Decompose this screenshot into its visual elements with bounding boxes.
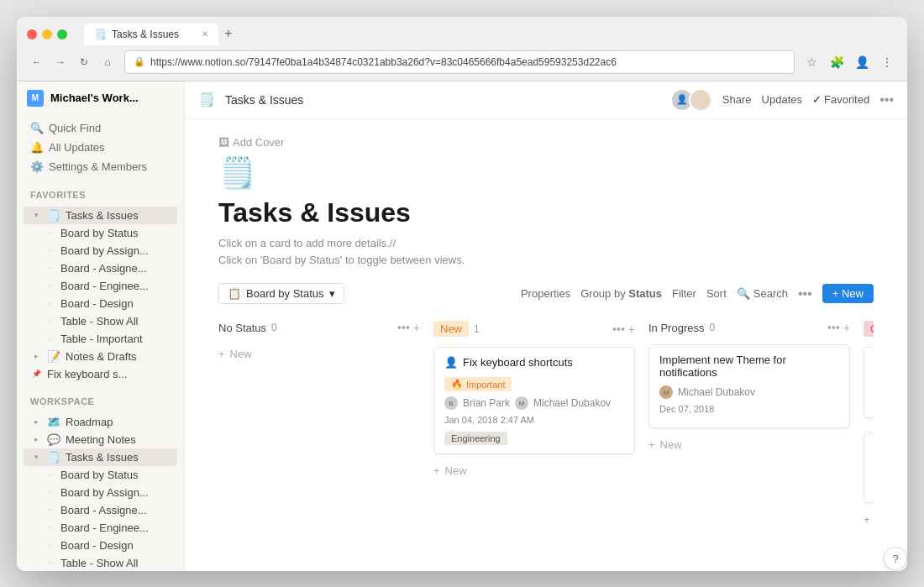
bookmark-button[interactable]: ☆ xyxy=(801,52,822,72)
column-header-completed: Completed 2 ••• + + Ad xyxy=(864,317,874,340)
search-button[interactable]: 🔍 Search xyxy=(737,287,788,300)
help-button[interactable]: ? xyxy=(884,547,907,570)
dots-icon[interactable]: ••• xyxy=(612,322,625,336)
sidebar-item-board-design-fav[interactable]: · Board - Design xyxy=(24,295,177,312)
sort-button[interactable]: Sort xyxy=(706,287,727,300)
close-window-button[interactable] xyxy=(27,29,37,39)
dot-icon: · xyxy=(44,333,55,344)
sidebar-item-fix-keyboard[interactable]: 📌 Fix keyboard s... xyxy=(24,365,177,383)
plus-icon[interactable]: + xyxy=(628,322,635,336)
sidebar-item-board-status-ws[interactable]: · Board by Status xyxy=(24,466,177,484)
minimize-window-button[interactable] xyxy=(42,29,52,39)
share-button[interactable]: Share xyxy=(722,93,752,106)
board-enginee-ws-label: Board - Enginee... xyxy=(60,521,149,534)
new-tab-button[interactable]: + xyxy=(218,24,239,44)
in-progress-column-actions: ••• + xyxy=(827,321,850,334)
page-header: 🖼 Add Cover 🗒️ Tasks & Issues Click on a… xyxy=(218,136,874,270)
top-bar-actions: 👤 Share Updates ✓ Favorited ••• xyxy=(670,88,894,112)
new-card-in-progress[interactable]: + New xyxy=(648,435,850,454)
extension-button[interactable]: 🧩 xyxy=(827,52,847,72)
new-button[interactable]: + New xyxy=(822,284,874,303)
account-button[interactable]: 👤 xyxy=(852,52,872,72)
workspace-header[interactable]: M Michael's Work... xyxy=(17,81,184,115)
sidebar-item-tasks-issues-fav[interactable]: ▾ 🗒️ Tasks & Issues xyxy=(24,207,177,224)
sidebar-item-table-important-fav[interactable]: · Table - Important xyxy=(24,330,177,348)
properties-button[interactable]: Properties xyxy=(521,287,570,300)
tab-close-button[interactable]: ✕ xyxy=(202,29,208,39)
dot-icon: · xyxy=(44,227,55,238)
new-card-completed[interactable]: + New xyxy=(864,510,874,529)
person-icon: 👤 xyxy=(444,356,458,369)
sidebar-item-roadmap[interactable]: ▸ 🗺️ Roadmap xyxy=(24,413,177,431)
browser-tab[interactable]: 🗒️ Tasks & Issues ✕ xyxy=(84,24,218,45)
group-by-button[interactable]: Group by Status xyxy=(580,287,662,300)
sidebar-item-board-design-ws[interactable]: · Board - Design xyxy=(24,537,177,554)
notes-drafts-label: Notes & Drafts xyxy=(66,350,137,363)
page-main-icon: 🗒️ xyxy=(218,155,874,191)
sidebar-item-table-show-ws[interactable]: · Table - Show All xyxy=(24,554,177,571)
sidebar-item-table-show-fav[interactable]: · Table - Show All xyxy=(24,312,177,330)
assignee-avatar-michael: M xyxy=(515,396,528,410)
favorited-button[interactable]: ✓ Favorited xyxy=(812,93,869,106)
chevron-down-icon: ▾ xyxy=(329,287,335,300)
card-fix-keyboard[interactable]: 👤 Fix keyboard shortcuts 🔥 Important xyxy=(433,347,635,454)
board-status-ws-label: Board by Status xyxy=(60,469,139,481)
filter-button[interactable]: Filter xyxy=(672,287,696,300)
page-description-line1: Click on a card to add more details.// xyxy=(218,235,874,253)
plus-icon: + xyxy=(864,513,870,526)
group-by-value: Status xyxy=(628,287,662,300)
dots-icon[interactable]: ••• xyxy=(827,321,840,334)
more-options-button[interactable]: ••• xyxy=(879,92,894,107)
board-status-fav-label: Board by Status xyxy=(60,227,139,239)
no-status-column-actions: ••• + xyxy=(397,321,420,334)
plus-icon[interactable]: + xyxy=(413,321,420,334)
table-show-ws-label: Table - Show All xyxy=(60,557,139,569)
sidebar-item-notes-drafts[interactable]: ▸ 📝 Notes & Drafts xyxy=(24,348,177,365)
sidebar-item-board-assigne-fav[interactable]: · Board - Assigne... xyxy=(24,259,177,277)
sidebar-item-board-assign-fav[interactable]: · Board by Assign... xyxy=(24,242,177,259)
image-icon: 🖼 xyxy=(218,136,229,149)
more-options-button[interactable]: ⋮ xyxy=(877,52,897,72)
card-add-something[interactable]: Add something B Brian Park Engineering xyxy=(864,347,874,418)
sidebar-item-board-enginee-ws[interactable]: · Board - Enginee... xyxy=(24,519,177,537)
assignee-avatar-brian: B xyxy=(444,396,458,410)
updates-button[interactable]: Updates xyxy=(762,93,802,106)
sidebar-item-board-status-fav[interactable]: · Board by Status xyxy=(24,224,177,242)
sidebar-item-meeting-notes[interactable]: ▸ 💬 Meeting Notes xyxy=(24,431,177,448)
column-header-new: New 1 ••• + xyxy=(433,317,635,340)
card-date-implement-theme: Dec 07, 2018 xyxy=(659,404,839,414)
home-button[interactable]: ⌂ xyxy=(97,52,118,72)
refresh-button[interactable]: ↻ xyxy=(74,52,94,72)
new-card-no-status[interactable]: + New xyxy=(218,344,420,364)
card-badge-important: 🔥 Important xyxy=(444,377,512,391)
view-label: Board by Status xyxy=(246,287,324,300)
card-fix-things[interactable]: Fix things L Leslie Jensen Engineering xyxy=(864,432,874,503)
maximize-window-button[interactable] xyxy=(57,29,67,39)
new-card-new-status[interactable]: + New xyxy=(433,461,635,480)
plus-icon[interactable]: + xyxy=(843,321,850,334)
toolbar-more-button[interactable]: ••• xyxy=(798,286,812,301)
tasks-ws-icon: 🗒️ xyxy=(47,451,60,464)
page-icon-small: 🗒️ xyxy=(198,92,215,107)
page-title-small: Tasks & Issues xyxy=(225,93,303,107)
bell-icon: 🔔 xyxy=(30,141,44,154)
sidebar-item-board-assigne-ws[interactable]: · Board - Assigne... xyxy=(24,501,177,519)
card-implement-theme[interactable]: Implement new Theme for notifications M … xyxy=(648,344,850,428)
sidebar-quick-find[interactable]: 🔍 Quick Find xyxy=(24,118,177,138)
back-button[interactable]: ← xyxy=(27,52,47,72)
sidebar-item-tasks-issues-ws[interactable]: ▾ 🗒️ Tasks & Issues xyxy=(24,448,177,466)
view-selector[interactable]: 📋 Board by Status ▾ xyxy=(218,283,344,304)
url-text: https://www.notion.so/79147fe0ba1a4b3487… xyxy=(150,56,617,68)
sidebar-all-updates[interactable]: 🔔 All Updates xyxy=(24,138,177,157)
roadmap-label: Roadmap xyxy=(66,416,113,428)
forward-button[interactable]: → xyxy=(50,52,71,72)
add-cover-button[interactable]: 🖼 Add Cover xyxy=(218,136,874,149)
dots-icon[interactable]: ••• xyxy=(397,321,410,334)
url-bar[interactable]: 🔒 https://www.notion.so/79147fe0ba1a4b34… xyxy=(124,50,795,74)
sidebar-settings[interactable]: ⚙️ Settings & Members xyxy=(24,157,177,176)
plus-icon: + xyxy=(433,464,440,477)
dot-icon: · xyxy=(44,486,55,498)
sidebar-item-board-enginee-fav[interactable]: · Board - Enginee... xyxy=(24,277,177,295)
sidebar-item-board-assign-ws[interactable]: · Board by Assign... xyxy=(24,484,177,501)
workspace-section-label: WORKSPACE xyxy=(17,386,184,410)
